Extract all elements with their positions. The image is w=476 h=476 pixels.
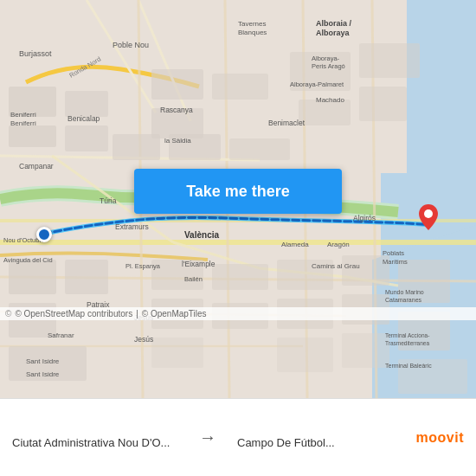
svg-text:Safranar: Safranar <box>48 331 74 339</box>
svg-text:Túria: Túria <box>100 196 117 205</box>
svg-text:Camins al Grau: Camins al Grau <box>312 262 360 270</box>
svg-rect-23 <box>212 264 268 290</box>
svg-text:Catamaranes: Catamaranes <box>385 297 422 303</box>
origin-label <box>12 426 178 436</box>
svg-text:la Sàldia: la Sàldia <box>164 137 191 145</box>
map-container: Burjassot Poble Nou Tavernes Blanques Al… <box>0 0 476 398</box>
svg-rect-7 <box>65 125 108 151</box>
svg-rect-8 <box>151 69 203 100</box>
svg-text:Campanar: Campanar <box>19 162 54 170</box>
destination-section: Campo De Fútbol... <box>225 426 415 449</box>
origin-marker <box>36 227 52 242</box>
svg-text:Alameda: Alameda <box>281 241 309 248</box>
svg-rect-30 <box>277 338 333 372</box>
svg-text:Terminal Baleàric: Terminal Baleàric <box>385 363 432 369</box>
svg-text:Poblats: Poblats <box>383 249 404 257</box>
copyright-symbol: © <box>5 309 11 318</box>
svg-rect-14 <box>359 87 407 121</box>
svg-rect-5 <box>9 125 56 147</box>
svg-text:Alboraya-: Alboraya- <box>312 55 340 62</box>
svg-text:Blanques: Blanques <box>238 29 267 36</box>
svg-rect-10 <box>212 74 268 100</box>
openstreetmap-text: © OpenStreetMap contributors <box>15 309 132 318</box>
svg-rect-6 <box>65 91 108 117</box>
svg-text:Avinguda del Cid: Avinguda del Cid <box>3 256 53 264</box>
svg-text:Mundo Marino: Mundo Marino <box>385 289 424 295</box>
svg-text:l'Eixample: l'Eixample <box>182 260 215 268</box>
svg-text:Machado: Machado <box>316 96 344 104</box>
moovit-logo: moovit <box>415 430 476 446</box>
svg-text:Beniferri: Beniferri <box>10 119 36 127</box>
direction-arrow-icon: → <box>199 428 216 447</box>
svg-text:Benimaclet: Benimaclet <box>268 119 306 127</box>
svg-rect-17 <box>229 138 290 160</box>
svg-text:Sant Isidre: Sant Isidre <box>26 357 60 365</box>
destination-marker <box>419 204 438 230</box>
svg-text:Beniferri: Beniferri <box>10 111 36 119</box>
svg-text:Trasmediterranea: Trasmediterranea <box>385 340 429 346</box>
svg-text:Rascanya: Rascanya <box>160 106 193 114</box>
svg-text:Alboraya: Alboraya <box>316 29 351 37</box>
svg-rect-15 <box>113 134 160 160</box>
svg-rect-26 <box>151 338 203 368</box>
svg-text:Poble Nou: Poble Nou <box>113 41 149 49</box>
svg-point-79 <box>424 209 433 218</box>
origin-section: Ciutat Administrativa Nou D'O... <box>0 426 190 449</box>
svg-text:Benicalap: Benicalap <box>68 114 100 123</box>
svg-text:Marítims: Marítims <box>383 258 408 266</box>
origin-name: Ciutat Administrativa Nou D'O... <box>12 436 178 449</box>
arrow-section: → <box>190 428 225 447</box>
svg-text:Terminal Acciona-: Terminal Acciona- <box>385 332 429 338</box>
svg-rect-18 <box>9 260 56 294</box>
svg-text:Extramurs: Extramurs <box>115 222 149 231</box>
svg-text:Tavernes: Tavernes <box>238 20 266 28</box>
svg-text:Burjassot: Burjassot <box>19 49 52 58</box>
openmaptiles-text: © OpenMapTiles <box>142 309 207 318</box>
svg-text:Alboraia /: Alboraia / <box>316 19 352 28</box>
moovit-logo-text: moovit <box>416 430 464 446</box>
svg-text:Alboraya-Palmaret: Alboraya-Palmaret <box>290 80 344 88</box>
svg-text:Aragón: Aragón <box>327 241 350 248</box>
copyright-bar: © © OpenStreetMap contributors | © OpenM… <box>0 307 476 320</box>
dest-name: Campo De Fútbol... <box>237 436 403 449</box>
svg-rect-12 <box>359 43 420 78</box>
svg-text:València: València <box>184 230 219 240</box>
dest-label <box>237 426 403 436</box>
svg-rect-32 <box>342 333 389 368</box>
take-me-there-button[interactable]: Take me there <box>134 169 342 214</box>
svg-text:Bailén: Bailén <box>184 275 203 283</box>
info-bar: Ciutat Administrativa Nou D'O... → Campo… <box>0 398 476 476</box>
svg-text:Algirós: Algirós <box>353 214 376 222</box>
svg-text:Pl. Espanya: Pl. Espanya <box>125 262 161 270</box>
svg-text:Sant Isidre: Sant Isidre <box>26 370 60 378</box>
svg-rect-19 <box>65 260 108 294</box>
svg-text:Peris Aragó: Peris Aragó <box>312 62 345 70</box>
svg-text:Jesús: Jesús <box>134 335 153 344</box>
separator: | <box>136 309 138 318</box>
